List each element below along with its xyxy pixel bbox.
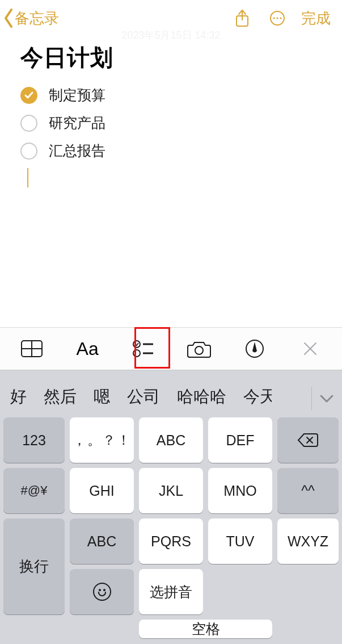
candidate-word[interactable]: 公司 xyxy=(124,383,163,411)
chevron-down-icon xyxy=(319,394,334,403)
svg-point-4 xyxy=(276,17,278,19)
svg-point-13 xyxy=(195,346,203,354)
key-pqrs[interactable]: PQRS xyxy=(139,518,203,564)
checklist-item[interactable]: 汇总报告 xyxy=(20,137,322,165)
text-format-icon: Aa xyxy=(77,338,99,359)
checklist-item-text: 制定预算 xyxy=(49,86,105,104)
key-tuv[interactable]: TUV xyxy=(208,518,272,564)
svg-point-5 xyxy=(280,17,281,19)
key-space[interactable]: 空格 xyxy=(139,620,272,638)
format-toolbar: Aa xyxy=(0,327,342,370)
text-cursor xyxy=(27,168,28,187)
keyboard: 好 然后 嗯 公司 哈哈哈 今天 123 ，。？！ ABC DEF #@¥ GH… xyxy=(0,370,342,644)
markup-icon xyxy=(244,338,265,359)
checklist-item-text: 研究产品 xyxy=(49,114,105,132)
checklist-button[interactable] xyxy=(127,333,159,364)
candidate-bar: 好 然后 嗯 公司 哈哈哈 今天 xyxy=(0,370,342,417)
checklist-item[interactable]: 研究产品 xyxy=(20,109,322,137)
key-abc[interactable]: ABC xyxy=(139,417,203,463)
key-symbols[interactable]: #@¥ xyxy=(3,468,65,513)
key-return[interactable]: 换行 xyxy=(3,518,65,614)
key-numbers[interactable]: 123 xyxy=(3,417,65,463)
svg-point-3 xyxy=(273,17,275,19)
checklist-item[interactable]: 制定预算 xyxy=(20,81,322,109)
text-format-button[interactable]: Aa xyxy=(71,333,103,364)
key-switch-abc[interactable]: ABC xyxy=(70,518,134,564)
key-select-pinyin[interactable]: 选拼音 xyxy=(139,569,203,614)
key-grid: 123 ，。？！ ABC DEF #@¥ GHI JKL MNO ^^ ABC … xyxy=(0,417,342,644)
key-punctuation[interactable]: ，。？！ xyxy=(70,417,134,463)
share-button[interactable] xyxy=(226,2,258,34)
markup-button[interactable] xyxy=(239,333,271,364)
checkbox-empty-icon[interactable] xyxy=(20,143,37,160)
expand-candidates-button[interactable] xyxy=(311,387,335,411)
candidate-word[interactable]: 哈哈哈 xyxy=(174,383,230,411)
checklist-icon xyxy=(132,338,154,359)
key-wxyz[interactable]: WXYZ xyxy=(277,518,339,564)
more-button[interactable] xyxy=(261,2,293,34)
camera-button[interactable] xyxy=(183,333,215,364)
key-emoji[interactable] xyxy=(70,569,134,614)
insert-table-button[interactable] xyxy=(16,333,48,364)
note-body[interactable]: 今日计划 制定预算 研究产品 汇总报告 xyxy=(0,36,342,187)
key-backspace[interactable] xyxy=(277,417,339,463)
back-label: 备忘录 xyxy=(15,9,59,28)
ellipsis-circle-icon xyxy=(269,9,286,28)
svg-point-11 xyxy=(133,350,140,357)
candidate-word[interactable]: 好 xyxy=(7,383,30,411)
dismiss-keyboard-button[interactable] xyxy=(294,333,326,364)
table-icon xyxy=(20,340,43,358)
chevron-left-icon xyxy=(2,7,15,29)
key-mno[interactable]: MNO xyxy=(208,468,272,513)
key-def[interactable]: DEF xyxy=(208,417,272,463)
emoji-icon xyxy=(93,583,111,601)
nav-bar: 备忘录 完成 xyxy=(0,0,342,36)
svg-point-9 xyxy=(133,341,140,348)
back-button[interactable]: 备忘录 xyxy=(2,7,59,29)
key-jkl[interactable]: JKL xyxy=(139,468,203,513)
share-icon xyxy=(234,9,251,28)
key-kaomoji[interactable]: ^^ xyxy=(277,468,339,513)
candidate-word[interactable]: 然后 xyxy=(40,383,80,411)
backspace-icon xyxy=(297,433,319,448)
note-title: 今日计划 xyxy=(20,42,322,73)
candidate-word[interactable]: 今天 xyxy=(240,383,272,411)
done-button[interactable]: 完成 xyxy=(297,9,335,28)
key-ghi[interactable]: GHI xyxy=(70,468,134,513)
checklist-item-text: 汇总报告 xyxy=(49,141,105,160)
close-icon xyxy=(302,341,318,357)
candidate-word[interactable]: 嗯 xyxy=(90,383,113,411)
checkbox-empty-icon[interactable] xyxy=(20,115,37,132)
checkbox-checked-icon[interactable] xyxy=(20,87,37,104)
camera-icon xyxy=(187,340,211,358)
